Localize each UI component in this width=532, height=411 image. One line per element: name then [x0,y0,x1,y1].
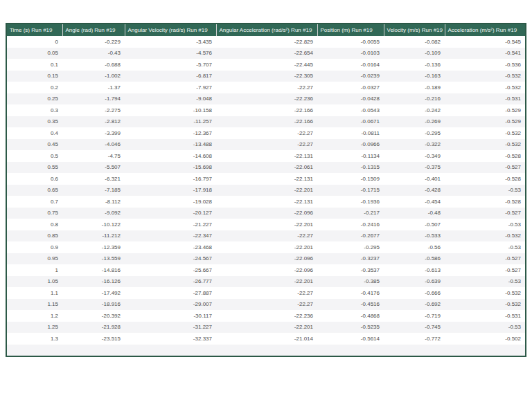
table-cell: -11.212 [62,230,125,242]
table-row: 1-14.816-25.667-22.096-0.3537-0.613-0.52… [7,264,525,276]
table-cell: -22.27 [216,127,317,139]
table-cell: -6.321 [62,173,125,185]
table-cell: -19.028 [125,196,216,208]
table-cell: -26.777 [125,276,216,288]
column-header[interactable]: Acceleration (m/s²) Run #19 [445,24,525,36]
table-cell: -0.531 [445,310,525,322]
table-cell: -0.3237 [317,253,384,265]
table-row: 0.05-0.43-4.576-22.654-0.0103-0.109-0.54… [7,48,525,60]
table-cell: -22.131 [216,173,317,185]
table-cell: -4.576 [125,48,216,60]
table-cell: 0.1 [7,59,62,71]
table-cell: -0.529 [445,104,525,116]
table-cell: -0.56 [384,241,445,253]
table-row: 0.95-13.559-24.567-22.096-0.3237-0.586-0… [7,253,525,265]
table-row: 0.25-1.794-9.048-22.236-0.0428-0.216-0.5… [7,93,525,105]
table-cell: 0.65 [7,185,62,197]
table-cell: -0.502 [445,333,525,345]
table-cell: -30.117 [125,310,216,322]
column-header[interactable]: Angular Acceleration (rad/s²) Run #19 [216,24,317,36]
table-cell: -0.532 [445,230,525,242]
table-row: 0.7-8.112-19.028-22.131-0.1936-0.454-0.5… [7,196,525,208]
table-row: 0.1-0.688-5.707-22.445-0.0164-0.136-0.53… [7,59,525,71]
table-cell: -0.745 [384,322,445,334]
table-cell: 0.8 [7,219,62,230]
table-cell: -22.27 [216,82,317,93]
table-cell [445,345,525,356]
table-cell: -0.0327 [317,82,384,93]
table-cell: 0.6 [7,173,62,185]
table-cell: -10.158 [125,104,216,116]
table-cell: -0.532 [445,82,525,93]
table-cell: -17.918 [125,185,216,197]
table-row: 0.65-7.185-17.918-22.201-0.1715-0.428-0.… [7,185,525,197]
table-cell: 0.4 [7,127,62,139]
table-cell: -0.2416 [317,219,384,230]
table-cell: -23.515 [62,333,125,345]
table-cell: -3.399 [62,127,125,139]
table-cell: -0.1509 [317,173,384,185]
table-cell: -16.126 [62,276,125,288]
column-header[interactable]: Position (m) Run #19 [317,24,384,36]
table-cell: -0.163 [384,71,445,82]
table-cell: 0.55 [7,162,62,174]
table-row [7,345,525,356]
table-cell: -0.533 [384,230,445,242]
table-cell: 1.3 [7,333,62,345]
table-cell: -14.608 [125,150,216,162]
table-row: 1.15-18.916-29.007-22.27-0.4516-0.692-0.… [7,299,525,311]
table-cell: -0.528 [445,173,525,185]
table-cell [317,345,384,356]
table-cell: -0.1936 [317,196,384,208]
table-cell: -0.385 [317,276,384,288]
table-cell: -10.122 [62,219,125,230]
table-row: 0.9-12.359-23.468-22.201-0.295-0.56-0.53 [7,241,525,253]
table-row: 0.15-1.002-6.817-22.305-0.0239-0.163-0.5… [7,71,525,82]
column-header[interactable]: Angular Velocity (rad/s) Run #19 [125,24,216,36]
table-cell: -22.201 [216,241,317,253]
table-cell: 0.3 [7,104,62,116]
table-cell: -0.4868 [317,310,384,322]
table-cell: 1.1 [7,287,62,299]
table-cell: -7.185 [62,185,125,197]
table-cell: -3.435 [125,36,216,48]
table-cell: -0.1134 [317,150,384,162]
table-cell: -7.927 [125,82,216,93]
table-cell: -31.227 [125,322,216,334]
table-cell: -0.1715 [317,185,384,197]
table-cell [7,345,62,356]
table-cell: -0.43 [62,48,125,60]
table-cell: -0.0164 [317,59,384,71]
table-row: 0.8-10.122-21.227-22.201-0.2416-0.507-0.… [7,219,525,230]
table-cell: -0.532 [445,287,525,299]
table-cell: -9.092 [62,208,125,219]
table-row: 0.6-6.321-16.797-22.131-0.1509-0.401-0.5… [7,173,525,185]
table-cell: -2.275 [62,104,125,116]
table-cell: 1 [7,264,62,276]
column-header[interactable]: Angle (rad) Run #19 [62,24,125,36]
table-cell: -0.0543 [317,104,384,116]
table-cell: 0.25 [7,93,62,105]
table-cell: -0.719 [384,310,445,322]
table-cell: -0.454 [384,196,445,208]
table-cell: 1.25 [7,322,62,334]
table-cell: 0.15 [7,71,62,82]
table-cell: -0.48 [384,208,445,219]
column-header[interactable]: Time (s) Run #19 [7,24,62,36]
table-cell: -0.242 [384,104,445,116]
table-cell: 1.2 [7,310,62,322]
table-cell: -0.532 [445,71,525,82]
table-cell: -6.817 [125,71,216,82]
table-cell: 0.35 [7,116,62,128]
table-cell: -22.654 [216,48,317,60]
table-cell: -14.816 [62,264,125,276]
table-cell: -0.528 [445,196,525,208]
table-cell: -0.0055 [317,36,384,48]
table-cell: -0.53 [445,322,525,334]
table-cell: -0.507 [384,219,445,230]
table-cell: -22.201 [216,219,317,230]
table-cell: -22.096 [216,264,317,276]
table-cell: -13.488 [125,139,216,151]
table-cell: -5.507 [62,162,125,174]
column-header[interactable]: Velocity (m/s) Run #19 [384,24,445,36]
